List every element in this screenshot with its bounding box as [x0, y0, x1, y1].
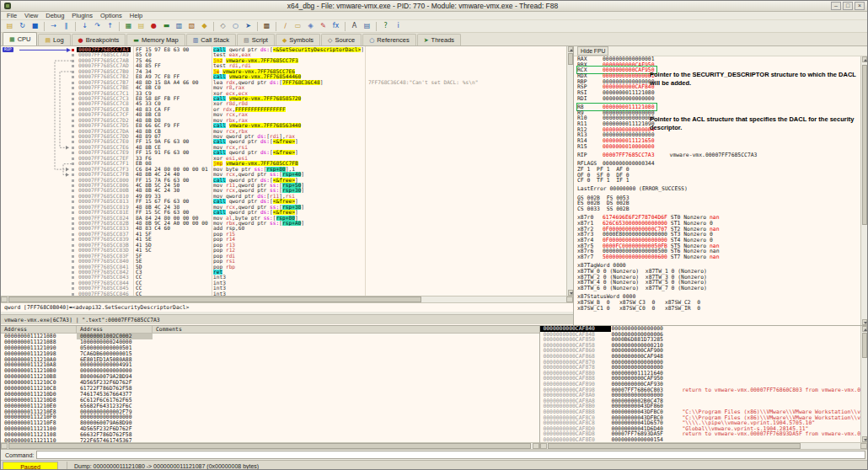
references-tab-icon: ○ — [369, 37, 374, 44]
tab-threads[interactable]: ➤Threads — [417, 34, 461, 45]
about-icon[interactable]: i — [393, 21, 404, 31]
status-bar: Paused Dump: 0000000011121080 -> 0000000… — [1, 460, 867, 470]
function-icon[interactable]: fx — [330, 21, 341, 31]
register-info-line[interactable]: LastError 00000000 (ERROR_SUCCESS) — [574, 186, 860, 192]
memory-map-icon[interactable]: ▬ — [161, 21, 172, 31]
tab-memory-map[interactable]: ▬Memory Map — [126, 34, 185, 45]
tab-label: Log — [53, 36, 64, 44]
run-icon[interactable]: → — [48, 21, 59, 31]
register-row-rip[interactable]: RIP00007FF7685CC7A3vmware-vmx.00007FF768… — [574, 152, 860, 158]
toolbar-separator — [75, 22, 76, 31]
menu-item-options[interactable]: Options — [97, 12, 126, 19]
disassembly-hscrollbar[interactable] — [1, 296, 573, 302]
dump-header-comments[interactable]: Comments — [153, 326, 539, 333]
symbols-icon[interactable]: ◆ — [199, 21, 210, 31]
tab-log[interactable]: ▤Log — [38, 34, 70, 45]
comment-icon[interactable]: ▭ — [292, 21, 303, 31]
restore-button[interactable]: □ — [843, 2, 853, 10]
tab-script[interactable]: ▧Script — [237, 34, 275, 45]
tab-label: Script — [252, 36, 268, 44]
jump-arrows — [1, 47, 75, 296]
stack-vscrollbar[interactable] — [860, 326, 867, 442]
log-tab-icon: ▤ — [45, 37, 51, 44]
patches-icon[interactable]: ▩ — [261, 21, 272, 31]
pause-icon[interactable]: ∥ — [61, 21, 72, 31]
stack-panel[interactable]: 0000000000CAF840000000000000000000000000… — [540, 326, 867, 449]
registers-vscrollbar[interactable] — [860, 56, 867, 325]
tab-symbols[interactable]: ◆Symbols — [276, 34, 320, 45]
log-window-icon[interactable]: ▤ — [136, 21, 147, 31]
tab-breakpoints[interactable]: ●Breakpoints — [72, 34, 126, 45]
step-into-icon[interactable]: ↓ — [79, 21, 90, 31]
highlight-icon[interactable]: ✎ — [318, 21, 329, 31]
pencil-icon[interactable]: ∕ — [280, 21, 291, 31]
register-info-line[interactable]: x87TW_6 0 (Nonzero) x87TW_7 0 (Nonzero) — [574, 286, 860, 291]
tab-label: Memory Map — [142, 36, 179, 44]
app-window: x64_dbg - File: vmware-vmx.exe - PID: 77… — [0, 0, 868, 470]
register-row-r15[interactable]: R150000000010000000 — [574, 144, 860, 150]
command-input[interactable] — [36, 451, 865, 459]
source-tab-icon: ◇ — [328, 37, 332, 44]
menu-item-file[interactable]: File — [3, 12, 20, 19]
register-info-line[interactable]: CF 0 TF 1 IF 1 — [574, 178, 860, 184]
dump-hscrollbar[interactable] — [1, 442, 539, 449]
tab-references[interactable]: ○References — [362, 34, 415, 45]
execute-till-return-icon[interactable]: ↑ — [104, 21, 115, 31]
disassembly-info-line: qword [7FF768C0B040]=<advapi32.SetSecuri… — [1, 302, 573, 312]
breakpoints-icon[interactable]: ● — [148, 21, 159, 31]
stack-comment — [682, 371, 860, 377]
close-debuggee-icon[interactable]: ■ — [29, 21, 40, 31]
dump-panel[interactable]: Address Address Comments 000000001112108… — [1, 326, 540, 449]
tab-bar: ▦CPU▤Log●Breakpoints▬Memory Map▥Call Sta… — [1, 33, 867, 46]
menu-item-debug[interactable]: Debug — [42, 12, 67, 19]
stack-comment — [682, 332, 860, 338]
tab-label: Call Stack — [201, 36, 229, 44]
dump-header-value[interactable]: Address — [77, 326, 153, 333]
register-row-rdi[interactable]: RDI0000000000000000 — [574, 96, 860, 102]
stack-comment — [682, 376, 860, 382]
font-icon[interactable]: A — [349, 21, 360, 31]
cpu-tab-icon: ▦ — [9, 36, 15, 43]
search-icon[interactable]: ○ — [230, 21, 241, 31]
module-status-line: vmware-vmx.exe[6C7A3] | ".text":00007FF7… — [1, 314, 573, 324]
call-stack-icon[interactable]: ▥ — [174, 21, 185, 31]
dump-header-address[interactable]: Address — [1, 326, 77, 333]
toolbar-separator — [213, 22, 214, 31]
menu-item-plugins[interactable]: Plugins — [68, 12, 96, 19]
register-row-x87r7[interactable]: x87r750000000000000000600 ST7 Nonzero na… — [574, 254, 860, 260]
restart-icon[interactable]: ↻ — [17, 21, 28, 31]
preferences-icon[interactable]: ▤ — [362, 21, 372, 31]
stack-comment — [682, 343, 860, 349]
script-icon[interactable]: ▧ — [186, 21, 197, 31]
disassembly-pane[interactable]: RIP 00007FF7685CC7A3FF 15 97 E8 63 00cal… — [1, 46, 573, 296]
register-info-line[interactable]: CS 0033 SS 002B — [574, 206, 860, 212]
tab-call-stack[interactable]: ▥Call Stack — [186, 34, 236, 45]
register-info-line[interactable]: x87SW_C1 0 x87SW_C0 0 x87SW_IR 0 — [574, 306, 860, 312]
tab-label: Source — [335, 36, 355, 44]
label-icon[interactable]: ◈ — [305, 21, 316, 31]
step-over-icon[interactable]: ↷ — [92, 21, 103, 31]
stack-comment — [682, 326, 860, 332]
close-button[interactable]: × — [855, 2, 865, 10]
stack-comment — [682, 398, 860, 404]
help-icon[interactable]: ? — [380, 21, 391, 31]
dump-rows: 000000001112108000000001002C000200000000… — [1, 334, 539, 442]
toolbar-separator — [257, 22, 258, 31]
cpu-window-icon[interactable]: ▦ — [123, 21, 134, 31]
hide-fpu-button[interactable]: Hide FPU — [577, 46, 608, 56]
title-bar[interactable]: x64_dbg - File: vmware-vmx.exe - PID: 77… — [1, 1, 867, 12]
minimize-button[interactable]: – — [831, 2, 841, 10]
disassembly-rows: RIP 00007FF7685CC7A3FF 15 97 E8 63 00cal… — [1, 46, 566, 296]
menu-item-view[interactable]: View — [21, 12, 41, 19]
memory-map-tab-icon: ▬ — [133, 37, 139, 44]
disassembly-vscrollbar[interactable] — [566, 46, 573, 296]
tab-source[interactable]: ◇Source — [321, 34, 362, 45]
open-file-icon[interactable]: ▤ — [4, 21, 15, 31]
tab-cpu[interactable]: ▦CPU — [3, 32, 37, 45]
references-icon[interactable]: ➤ — [243, 21, 254, 31]
menu-item-help[interactable]: Help — [126, 12, 146, 19]
stack-comment: "C:\\Program Files (x86)\\VMware\\VMware… — [682, 409, 860, 415]
registers-pane[interactable]: RAX0000000000000001RBX0000000000CAF950RC… — [574, 56, 860, 325]
stack-hscrollbar[interactable] — [540, 442, 867, 449]
source-icon[interactable]: ◇ — [217, 21, 228, 31]
